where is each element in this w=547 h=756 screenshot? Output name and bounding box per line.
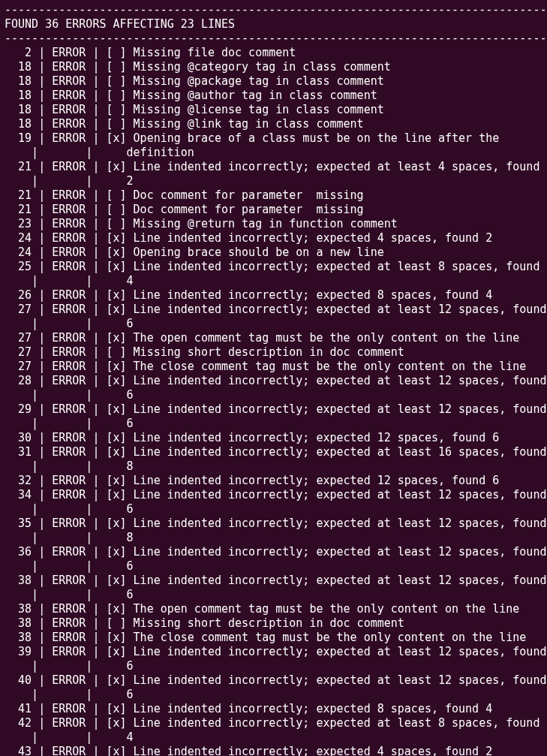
terminal-output: ----------------------------------------… [0,0,547,756]
